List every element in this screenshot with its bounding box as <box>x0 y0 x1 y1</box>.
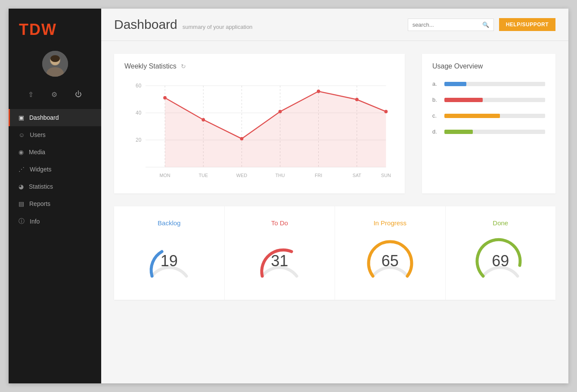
page-title: Dashboard <box>114 17 177 32</box>
stat-todo: To Do 31 <box>225 206 335 300</box>
sidebar-label-dashboard: Dashboard <box>29 114 59 121</box>
sidebar-toolbar: ⇧ ⚙ ⏻ <box>9 85 101 109</box>
svg-point-21 <box>202 118 205 121</box>
stat-value-done: 69 <box>492 252 509 270</box>
chart-title: Weekly Statistics <box>124 62 177 70</box>
svg-text:20: 20 <box>136 137 141 143</box>
svg-text:MON: MON <box>159 173 170 178</box>
stat-value-todo: 31 <box>271 252 288 270</box>
avatar <box>42 51 68 77</box>
user-avatar-container <box>9 47 101 85</box>
camera-icon: ◉ <box>19 149 24 156</box>
stats-row: Backlog 19 To Do <box>114 206 555 300</box>
sidebar-item-users[interactable]: ☺ Users <box>9 126 101 143</box>
sidebar-label-info: Info <box>30 218 40 225</box>
power-icon[interactable]: ⏻ <box>73 89 84 100</box>
help-support-button[interactable]: HELP/SUPPORT <box>499 18 555 31</box>
chart-area: 60 40 20 <box>124 77 394 185</box>
usage-item-a: a. <box>432 81 545 87</box>
stat-inprogress: In Progress 65 <box>335 206 446 300</box>
gauge-backlog: 19 <box>143 235 195 287</box>
sidebar-label-widgets: Widgets <box>30 166 52 173</box>
page-subtitle: summary of your application <box>183 24 253 30</box>
svg-text:FRI: FRI <box>315 173 322 178</box>
svg-text:SAT: SAT <box>353 173 361 178</box>
sidebar-label-media: Media <box>29 149 45 156</box>
gauge-done: 69 <box>475 235 526 287</box>
stat-value-inprogress: 65 <box>382 252 399 270</box>
stat-label-inprogress: In Progress <box>373 219 406 227</box>
svg-text:WED: WED <box>236 173 247 178</box>
sidebar-item-info[interactable]: ⓘ Info <box>9 212 101 230</box>
chart-panel: Weekly Statistics ↻ <box>114 54 405 193</box>
doc-icon: ▤ <box>19 200 24 207</box>
usage-bar-fill-d <box>444 130 473 134</box>
stat-value-backlog: 19 <box>161 252 178 270</box>
upload-icon[interactable]: ⇧ <box>26 89 35 100</box>
sidebar-item-reports[interactable]: ▤ Reports <box>9 195 101 212</box>
top-panels: Weekly Statistics ↻ <box>114 54 555 193</box>
main-content: Dashboard summary of your application 🔍 … <box>101 9 568 383</box>
sidebar-nav: ▣ Dashboard ☺ Users ◉ Media ⋰ Widgets ◕ … <box>9 109 101 383</box>
svg-point-20 <box>163 96 167 100</box>
usage-panel: Usage Overview a. b. c. <box>422 54 555 193</box>
usage-item-b: b. <box>432 96 545 103</box>
stat-backlog: Backlog 19 <box>114 206 225 300</box>
svg-point-23 <box>279 110 282 113</box>
stat-label-done: Done <box>493 219 508 227</box>
svg-text:THU: THU <box>275 173 285 178</box>
usage-label-d: d. <box>432 128 440 135</box>
sidebar-label-reports: Reports <box>29 200 50 207</box>
sidebar-item-media[interactable]: ◉ Media <box>9 143 101 161</box>
search-box: 🔍 <box>408 19 494 31</box>
svg-text:60: 60 <box>136 83 141 89</box>
settings-icon[interactable]: ⚙ <box>50 89 59 100</box>
stat-label-todo: To Do <box>271 219 288 227</box>
pie-icon: ◕ <box>19 183 24 190</box>
gauge-inprogress: 65 <box>364 235 416 287</box>
refresh-icon[interactable]: ↻ <box>181 63 186 70</box>
search-input[interactable] <box>413 22 480 28</box>
svg-text:40: 40 <box>136 110 141 116</box>
gauge-todo: 31 <box>254 235 305 287</box>
usage-label-a: a. <box>432 81 440 87</box>
monitor-icon: ▣ <box>19 114 24 121</box>
usage-item-c: c. <box>432 112 545 119</box>
usage-bar-track-d <box>444 130 545 134</box>
line-chart: 60 40 20 <box>124 77 394 185</box>
usage-bar-fill-c <box>444 114 500 118</box>
usage-title: Usage Overview <box>432 62 545 70</box>
search-icon: 🔍 <box>482 22 489 28</box>
usage-bar-fill-a <box>444 82 466 86</box>
svg-point-4 <box>50 55 60 62</box>
sidebar-label-statistics: Statistics <box>29 183 53 190</box>
page-title-group: Dashboard summary of your application <box>114 17 252 32</box>
svg-marker-19 <box>165 91 386 167</box>
usage-bar-track-c <box>444 114 545 118</box>
svg-text:TUE: TUE <box>199 173 208 178</box>
usage-label-b: b. <box>432 96 440 103</box>
chart-header: Weekly Statistics ↻ <box>124 62 394 70</box>
svg-point-24 <box>317 90 320 93</box>
sidebar: TDW ⇧ ⚙ ⏻ ▣ Dashboard <box>9 9 101 383</box>
sidebar-item-widgets[interactable]: ⋰ Widgets <box>9 161 101 178</box>
usage-bar-fill-b <box>444 98 483 102</box>
svg-point-26 <box>384 110 388 113</box>
svg-text:SUN: SUN <box>381 173 391 178</box>
usage-bar-track-b <box>444 98 545 102</box>
logo: TDW <box>9 9 101 47</box>
usage-item-d: d. <box>432 128 545 135</box>
stat-done: Done 69 <box>446 206 556 300</box>
app-container: TDW ⇧ ⚙ ⏻ ▣ Dashboard <box>9 9 568 383</box>
grid-icon: ⋰ <box>19 166 25 173</box>
sidebar-item-dashboard[interactable]: ▣ Dashboard <box>9 109 101 126</box>
usage-label-c: c. <box>432 112 440 119</box>
content-area: Weekly Statistics ↻ <box>101 41 568 383</box>
sidebar-item-statistics[interactable]: ◕ Statistics <box>9 178 101 195</box>
sidebar-label-users: Users <box>30 131 46 138</box>
svg-point-25 <box>355 98 359 101</box>
info-icon: ⓘ <box>19 218 25 225</box>
person-icon: ☺ <box>19 131 25 138</box>
page-header: Dashboard summary of your application 🔍 … <box>101 9 568 41</box>
usage-bar-track-a <box>444 82 545 86</box>
